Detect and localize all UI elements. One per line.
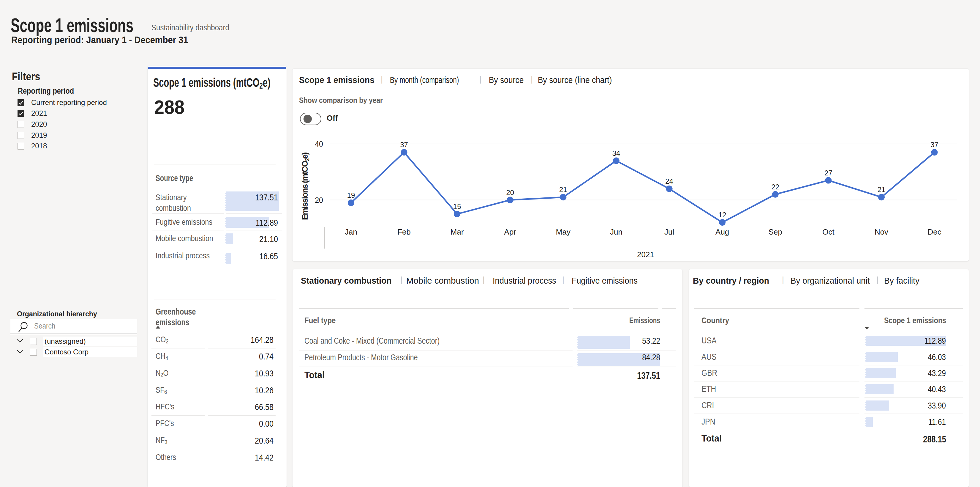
svg-text:27: 27 [824, 169, 832, 177]
svg-text:24: 24 [665, 177, 673, 185]
svg-text:Feb: Feb [397, 227, 411, 236]
svg-text:40: 40 [315, 140, 323, 148]
svg-text:May: May [556, 227, 571, 236]
svg-text:Dec: Dec [928, 227, 941, 236]
svg-text:22: 22 [771, 183, 779, 191]
svg-text:21: 21 [559, 185, 567, 193]
svg-text:Jul: Jul [664, 227, 674, 236]
svg-text:Emissions (mtCO2e): Emissions (mtCO2e) [300, 152, 310, 220]
svg-text:Sep: Sep [768, 227, 782, 236]
svg-text:Mar: Mar [450, 227, 464, 236]
svg-text:19: 19 [347, 191, 355, 199]
svg-text:20: 20 [506, 188, 514, 196]
svg-text:37: 37 [931, 141, 939, 148]
svg-text:Aug: Aug [715, 227, 729, 236]
svg-text:Oct: Oct [822, 227, 835, 236]
svg-text:Jan: Jan [345, 227, 357, 236]
svg-text:37: 37 [400, 141, 408, 148]
svg-text:Apr: Apr [504, 227, 516, 236]
svg-text:20: 20 [315, 196, 323, 204]
svg-text:34: 34 [612, 149, 620, 157]
svg-text:2021: 2021 [637, 250, 654, 259]
svg-text:Nov: Nov [875, 227, 888, 236]
svg-text:Jun: Jun [610, 227, 622, 236]
svg-text:15: 15 [453, 203, 461, 211]
svg-text:21: 21 [878, 185, 886, 193]
svg-text:12: 12 [718, 211, 726, 219]
